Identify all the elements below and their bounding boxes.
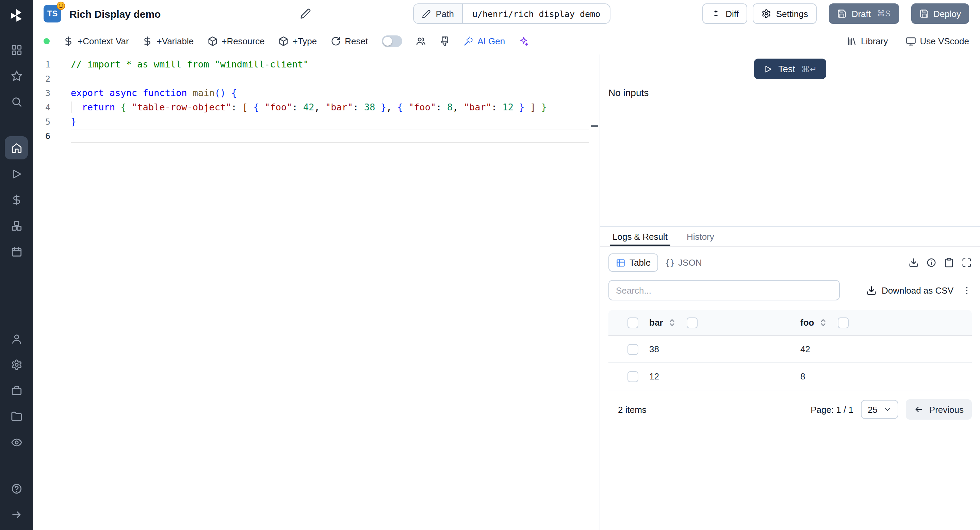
view-table-button[interactable]: Table [608,254,658,272]
result-table-body: 3842128 [608,336,972,390]
previous-page-button[interactable]: Previous [906,399,972,420]
reset-button[interactable]: Reset [331,36,368,46]
box-icon [207,36,218,46]
diff-button[interactable]: Diff [702,3,748,24]
row-checkbox[interactable] [627,344,638,354]
path-value[interactable]: u/henri/rich_display_demo [463,8,610,19]
assistant-toggle[interactable] [382,35,402,47]
test-shortcut: ⌘↵ [801,64,817,74]
tab-history[interactable]: History [684,227,717,246]
cell-foo: 42 [800,344,972,354]
line-number: 4 [33,100,50,115]
add-resource-button[interactable]: +Resource [207,36,264,46]
row-checkbox[interactable] [627,371,638,382]
view-json-button[interactable]: {} JSON [658,254,708,272]
reset-icon [331,36,340,46]
column-header-bar[interactable]: bar [649,318,663,328]
deploy-button[interactable]: Deploy [911,3,969,24]
edit-path-button[interactable]: Path [414,4,463,23]
play-icon [11,168,22,179]
blocks-icon [11,220,22,231]
run-panel: Test ⌘↵ No inputs [600,54,980,227]
select-all-checkbox[interactable] [627,317,638,328]
sort-foo-button[interactable] [819,318,827,327]
column-header-foo[interactable]: foo [800,318,814,328]
add-variable-label: +Variable [157,36,194,46]
table-actions: Download as CSV [866,285,972,295]
sidebar-item-runs[interactable] [5,162,28,185]
code-line[interactable]: 3export async function main() { [33,86,600,100]
arrow-left-icon [914,405,924,414]
sidebar-item-workers[interactable] [5,379,28,402]
right-panel: Test ⌘↵ No inputs Logs & Result History [600,54,980,530]
code-line[interactable]: 2 [33,72,600,86]
use-vscode-button[interactable]: Use VScode [905,36,969,46]
language-badge-label: TS [47,9,58,18]
sidebar-item-audit[interactable] [5,431,28,454]
code-line[interactable]: 4 return { "table-row-object": [ { "foo"… [33,100,600,115]
sidebar-nav-bottom [0,327,33,526]
code-line[interactable]: 6 [33,129,600,143]
maximize-icon[interactable] [962,257,972,268]
page-size-select[interactable]: 25 [861,400,899,419]
clipboard-icon[interactable] [944,257,954,268]
download-csv-button[interactable]: Download as CSV [866,285,953,295]
sidebar-item-folders[interactable] [5,405,28,428]
dollar-icon [63,36,73,46]
diff-label: Diff [725,8,739,19]
sidebar-item-user[interactable] [5,327,28,350]
sidebar-item-resources[interactable] [5,214,28,237]
cell-bar: 38 [649,344,800,354]
tab-logs-result[interactable]: Logs & Result [610,227,670,246]
download-icon[interactable] [908,257,919,268]
column-toggle-foo[interactable] [838,317,849,328]
ai-gen-button[interactable]: AI Gen [463,36,505,46]
library-button[interactable]: Library [846,36,888,46]
add-variable-button[interactable]: +Variable [143,36,194,46]
ai-fix-button[interactable] [519,36,529,46]
topbar: TS Rich Display demo Path u/henri/rich_d… [33,0,980,27]
line-number: 2 [33,72,50,86]
multiplayer-button[interactable] [415,36,426,46]
dollar-icon [143,36,153,46]
info-icon[interactable] [926,257,937,268]
gear-icon [11,359,22,370]
format-button[interactable] [439,36,450,46]
sort-bar-button[interactable] [668,318,676,327]
settings-button[interactable]: Settings [753,3,817,24]
search-icon [11,96,22,107]
add-type-button[interactable]: +Type [278,36,317,46]
sidebar-item-expand[interactable] [5,503,28,526]
sidebar-item-apps[interactable] [5,38,28,61]
star-icon [11,70,22,81]
column-toggle-bar[interactable] [687,317,698,328]
sidebar-item-settings[interactable] [5,353,28,376]
add-context-var-button[interactable]: +Context Var [63,36,129,46]
sidebar-item-home[interactable] [5,136,28,160]
grid-icon [11,44,22,56]
code-line[interactable]: 1// import * as wmill from "windmill-cli… [33,57,600,72]
sidebar-item-help[interactable] [5,477,28,500]
play-icon [763,64,772,73]
search-input[interactable] [608,280,840,300]
table-row[interactable]: 3842 [608,336,972,363]
no-inputs-text: No inputs [608,87,980,98]
test-button[interactable]: Test ⌘↵ [754,59,827,79]
windmill-logo-icon[interactable] [8,7,25,24]
sidebar-item-search[interactable] [5,90,28,113]
sidebar-item-variables[interactable] [5,188,28,211]
draft-button[interactable]: Draft ⌘S [829,3,899,24]
add-type-label: +Type [293,36,317,46]
line-number: 3 [33,86,50,100]
page-size-value: 25 [868,404,878,415]
code-line[interactable]: 5} [33,115,600,129]
code-editor[interactable]: 1// import * as wmill from "windmill-cli… [33,54,600,530]
previous-label: Previous [929,404,964,415]
sidebar-item-favorites[interactable] [5,64,28,87]
sort-icon [819,318,827,327]
sidebar-item-schedules[interactable] [5,240,28,263]
more-options-button[interactable] [962,285,972,295]
edit-summary-button[interactable] [300,8,311,19]
table-row[interactable]: 128 [608,363,972,390]
page-indicator: Page: 1 / 1 [811,404,853,415]
